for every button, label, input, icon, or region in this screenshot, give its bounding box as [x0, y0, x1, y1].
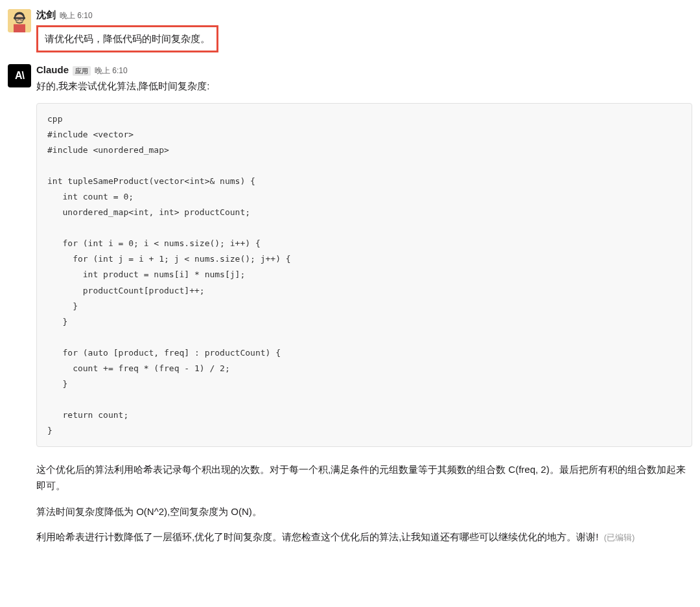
explanation-para-1: 这个优化后的算法利用哈希表记录每个积出现的次数。对于每一个积,满足条件的元组数量…: [36, 461, 692, 494]
explanation-para-2: 算法时间复杂度降低为 O(N^2),空间复杂度为 O(N)。: [36, 503, 692, 520]
message-header: Claude 应用 晚上 6:10: [36, 63, 692, 78]
username[interactable]: 沈剑: [36, 8, 56, 23]
highlighted-request: 请优化代码，降低代码的时间复杂度。: [36, 25, 218, 52]
code-block[interactable]: cpp #include <vector> #include <unordere…: [36, 103, 692, 447]
message-header: 沈剑 晚上 6:10: [36, 8, 692, 23]
user-message: 沈剑 晚上 6:10 请优化代码，降低代码的时间复杂度。: [0, 5, 700, 55]
explanation-para-3: 利用哈希表进行计数降低了一层循环,优化了时间复杂度。请您检查这个优化后的算法,让…: [36, 529, 692, 545]
intro-text: 好的,我来尝试优化算法,降低时间复杂度:: [36, 78, 692, 94]
user-message-text: 请优化代码，降低代码的时间复杂度。: [36, 24, 692, 52]
claude-message-body: 好的,我来尝试优化算法,降低时间复杂度: cpp #include <vecto…: [36, 78, 692, 545]
claude-message: A\ Claude 应用 晚上 6:10 好的,我来尝试优化算法,降低时间复杂度…: [0, 60, 700, 557]
svg-rect-6: [14, 24, 25, 32]
timestamp: 晚上 6:10: [95, 65, 128, 76]
para3-text: 利用哈希表进行计数降低了一层循环,优化了时间复杂度。请您检查这个优化后的算法,让…: [36, 531, 599, 542]
app-badge: 应用: [73, 66, 91, 76]
edited-label: (已编辑): [604, 533, 635, 542]
user-avatar[interactable]: [8, 9, 31, 32]
username[interactable]: Claude: [36, 63, 69, 78]
claude-avatar-text: A\: [15, 68, 24, 84]
avatar-face-icon: [8, 9, 31, 32]
claude-avatar[interactable]: A\: [8, 64, 31, 87]
timestamp: 晚上 6:10: [60, 10, 93, 21]
claude-message-content: Claude 应用 晚上 6:10 好的,我来尝试优化算法,降低时间复杂度: c…: [36, 63, 692, 555]
user-message-content: 沈剑 晚上 6:10 请优化代码，降低代码的时间复杂度。: [36, 8, 692, 52]
